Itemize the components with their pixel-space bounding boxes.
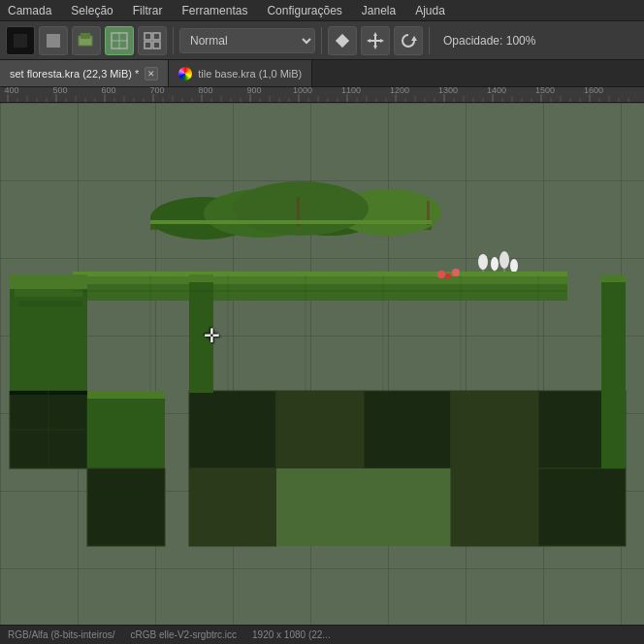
svg-point-31	[491, 257, 499, 271]
svg-marker-16	[367, 39, 370, 43]
svg-rect-61	[601, 274, 626, 468]
svg-rect-49	[87, 468, 165, 546]
menu-selecao[interactable]: Seleção	[67, 2, 116, 19]
svg-rect-55	[189, 468, 276, 546]
svg-rect-27	[150, 220, 432, 224]
svg-marker-15	[373, 46, 377, 49]
svg-rect-9	[145, 42, 151, 48]
svg-rect-41	[15, 289, 82, 297]
ruler	[0, 87, 644, 103]
svg-rect-52	[364, 391, 451, 468]
svg-rect-1	[47, 34, 60, 48]
tree-strip-group	[150, 181, 441, 240]
svg-point-29	[478, 254, 488, 270]
svg-marker-14	[373, 32, 377, 36]
color-info: RGB/Alfa (8-bits-inteiros/	[8, 629, 115, 640]
tab-tile-icon	[178, 67, 192, 80]
svg-marker-18	[411, 36, 417, 41]
toolbar: Normal Multiplicar Tela Sobrepor Opacida…	[0, 21, 644, 60]
status-bar: RGB/Alfa (8-bits-inteiros/ cRGB elle-V2-…	[0, 625, 644, 644]
svg-point-65	[452, 269, 460, 276]
menu-configuracoes[interactable]: Configurações	[263, 2, 345, 19]
svg-rect-62	[601, 274, 626, 282]
svg-marker-17	[380, 39, 384, 43]
svg-rect-59	[189, 274, 213, 393]
tool-active[interactable]	[105, 26, 134, 55]
svg-point-35	[510, 259, 518, 273]
tool-fill[interactable]	[328, 26, 357, 55]
menu-ajuda[interactable]: Ajuda	[411, 2, 449, 19]
tab-tile-base[interactable]: tile base.kra (1,0 MiB)	[169, 60, 312, 86]
toolbar-separator-1	[173, 27, 174, 54]
svg-rect-0	[14, 34, 27, 48]
svg-rect-53	[451, 391, 538, 468]
tool-layer[interactable]	[72, 26, 101, 55]
svg-point-33	[499, 251, 509, 269]
ruler-canvas	[0, 87, 644, 102]
svg-rect-57	[451, 468, 538, 546]
svg-rect-60	[189, 274, 213, 282]
toolbar-separator-2	[321, 27, 322, 54]
svg-rect-50	[189, 391, 276, 468]
left-vine-column	[10, 274, 87, 391]
tab-floresta-label: set floresta.kra (22,3 MiB) *	[10, 68, 139, 80]
svg-rect-8	[153, 33, 160, 40]
opacity-label: Opacidade: 100%	[443, 34, 535, 48]
svg-rect-7	[145, 33, 151, 40]
svg-point-24	[233, 181, 369, 236]
tool-gray-square[interactable]	[39, 26, 68, 55]
svg-rect-51	[276, 391, 364, 468]
tool-rotate[interactable]	[394, 26, 423, 55]
svg-rect-3	[80, 33, 90, 39]
blend-mode-dropdown[interactable]: Normal Multiplicar Tela Sobrepor	[179, 28, 315, 53]
tool-grid[interactable]	[138, 26, 167, 55]
dimensions: 1920 x 1080 (22...	[252, 629, 331, 640]
color-profile: cRGB elle-V2-srgbtrc.icc	[131, 629, 237, 640]
svg-rect-40	[10, 274, 87, 289]
canvas-area[interactable]: ✛	[0, 103, 644, 625]
svg-point-64	[445, 274, 451, 279]
svg-rect-48	[87, 391, 165, 399]
svg-rect-56	[276, 468, 451, 546]
tool-move[interactable]	[361, 26, 390, 55]
svg-rect-47	[87, 391, 165, 468]
svg-point-63	[437, 271, 445, 278]
menu-filtrar[interactable]: Filtrar	[129, 2, 167, 19]
tabs-bar: set floresta.kra (22,3 MiB) * ✕ tile bas…	[0, 60, 644, 87]
tool-black-square[interactable]	[6, 26, 35, 55]
svg-rect-42	[19, 301, 82, 306]
svg-rect-38	[73, 272, 567, 276]
menu-janela[interactable]: Janela	[358, 2, 400, 19]
svg-rect-10	[153, 42, 160, 48]
menu-ferramentas[interactable]: Ferramentas	[177, 2, 251, 19]
main-artwork	[0, 103, 644, 625]
toolbar-separator-3	[429, 27, 430, 54]
menu-bar: Camada Seleção Filtrar Ferramentas Confi…	[0, 0, 644, 21]
menu-camada[interactable]: Camada	[4, 2, 55, 19]
tab-floresta[interactable]: set floresta.kra (22,3 MiB) * ✕	[0, 60, 169, 86]
svg-rect-58	[538, 468, 626, 546]
svg-marker-11	[336, 34, 349, 48]
tab-tile-label: tile base.kra (1,0 MiB)	[198, 68, 302, 80]
tab-floresta-close[interactable]: ✕	[145, 67, 158, 80]
